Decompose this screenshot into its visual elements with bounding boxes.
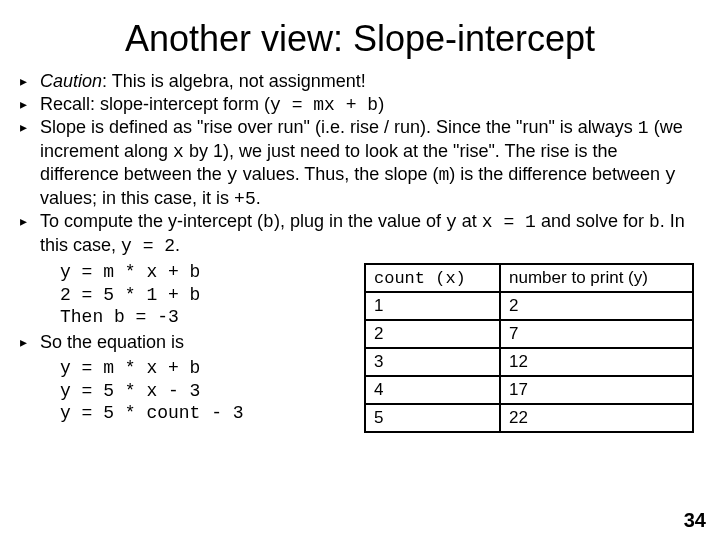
- bullet-item: ▸ Slope is defined as "rise over run" (i…: [20, 116, 700, 210]
- code: x = 1: [482, 212, 536, 232]
- table-cell: 7: [500, 320, 693, 348]
- code: b: [263, 212, 274, 232]
- page-number: 34: [684, 509, 706, 532]
- code-block-1: y = m * x + b 2 = 5 * 1 + b Then b = -3: [60, 261, 364, 329]
- code: y = mx + b: [270, 95, 378, 115]
- table-row: 312: [365, 348, 693, 376]
- table-row: 417: [365, 376, 693, 404]
- text: .: [175, 235, 180, 255]
- text: number to print (y): [509, 268, 648, 287]
- table-cell: 17: [500, 376, 693, 404]
- code: y: [665, 165, 676, 185]
- bullet-item: ▸ So the equation is: [20, 331, 364, 354]
- code-block-2: y = m * x + b y = 5 * x - 3 y = 5 * coun…: [60, 357, 364, 425]
- code: +5: [234, 189, 256, 209]
- code: x: [173, 142, 184, 162]
- text: and solve for: [536, 211, 649, 231]
- table-cell: 12: [500, 348, 693, 376]
- table-cell: 22: [500, 404, 693, 432]
- text: ), plug in the value of: [274, 211, 446, 231]
- table-row: 522: [365, 404, 693, 432]
- bullet-text: Caution: This is algebra, not assignment…: [40, 70, 700, 93]
- bullet-marker-icon: ▸: [20, 331, 40, 354]
- table-row: 27: [365, 320, 693, 348]
- bullet-item: ▸ To compute the y-intercept (b), plug i…: [20, 210, 700, 257]
- data-table-wrap: count (x) number to print (y) 12 27 312 …: [364, 263, 694, 433]
- text: count (x): [374, 269, 466, 288]
- table-cell: 2: [500, 292, 693, 320]
- text: values. Thus, the slope (: [238, 164, 439, 184]
- caution-word: Caution: [40, 71, 102, 91]
- slide-title: Another view: Slope-intercept: [20, 18, 700, 60]
- code: y: [227, 165, 238, 185]
- table-row: 12: [365, 292, 693, 320]
- bullet-marker-icon: ▸: [20, 116, 40, 210]
- table-cell: 4: [365, 376, 500, 404]
- bullet-marker-icon: ▸: [20, 210, 40, 257]
- table-cell: 3: [365, 348, 500, 376]
- bullet-marker-icon: ▸: [20, 70, 40, 93]
- left-column: y = m * x + b 2 = 5 * 1 + b Then b = -3 …: [20, 257, 364, 427]
- table-header: number to print (y): [500, 264, 693, 292]
- bullet-text: Slope is defined as "rise over run" (i.e…: [40, 116, 700, 210]
- bullet-item: ▸ Caution: This is algebra, not assignme…: [20, 70, 700, 93]
- text: Slope is defined as "rise over run" (i.e…: [40, 117, 638, 137]
- code: y = 2: [121, 236, 175, 256]
- code: y: [446, 212, 457, 232]
- code: b: [649, 212, 660, 232]
- text: at: [457, 211, 482, 231]
- table-header-row: count (x) number to print (y): [365, 264, 693, 292]
- text: Recall: slope-intercept form (: [40, 94, 270, 114]
- data-table: count (x) number to print (y) 12 27 312 …: [364, 263, 694, 433]
- bullet-text: To compute the y-intercept (b), plug in …: [40, 210, 700, 257]
- bullet-list: ▸ Caution: This is algebra, not assignme…: [20, 70, 700, 257]
- text: To compute the y-intercept (: [40, 211, 263, 231]
- text: ) is the difference between: [449, 164, 665, 184]
- bullet-text: Recall: slope-intercept form (y = mx + b…: [40, 93, 700, 117]
- text: ): [378, 94, 384, 114]
- table-cell: 5: [365, 404, 500, 432]
- table-cell: 2: [365, 320, 500, 348]
- text: .: [256, 188, 261, 208]
- bullet-marker-icon: ▸: [20, 93, 40, 117]
- bullet-text: So the equation is: [40, 331, 364, 354]
- lower-section: y = m * x + b 2 = 5 * 1 + b Then b = -3 …: [20, 257, 700, 433]
- text: values; in this case, it is: [40, 188, 234, 208]
- code: m: [438, 165, 449, 185]
- table-cell: 1: [365, 292, 500, 320]
- table-header: count (x): [365, 264, 500, 292]
- code: 1: [638, 118, 649, 138]
- bullet-item: ▸ Recall: slope-intercept form (y = mx +…: [20, 93, 700, 117]
- text: : This is algebra, not assignment!: [102, 71, 366, 91]
